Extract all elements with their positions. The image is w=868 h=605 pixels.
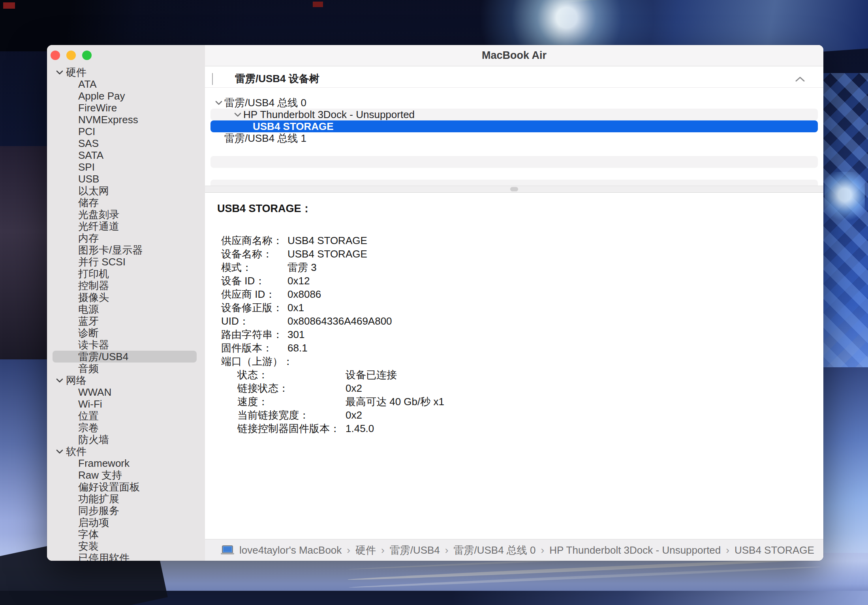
detail-label: 路由字符串：: [221, 328, 283, 341]
sidebar-item[interactable]: PCI: [53, 126, 197, 137]
breadcrumb-item[interactable]: 雷雳/USB4: [390, 543, 440, 557]
sidebar-item[interactable]: 同步服务: [53, 505, 197, 517]
detail-value: 0x1: [287, 301, 304, 314]
detail-row: UID：0x80864336A469A800: [205, 314, 823, 328]
detail-label: 端口（上游）：: [221, 355, 293, 368]
device-tree-list: 雷雳/USB4 总线 0HP Thunderbolt 3Dock - Unsup…: [205, 97, 823, 144]
detail-value: 0x8086: [287, 287, 321, 301]
sidebar-item-label: 并行 SCSI: [78, 256, 126, 268]
sidebar-item[interactable]: 摄像头: [53, 291, 197, 303]
sidebar-item[interactable]: NVMExpress: [53, 114, 197, 126]
sidebar-section[interactable]: 软件: [53, 445, 197, 457]
sidebar-item-label: 宗卷: [78, 422, 99, 434]
zoom-button[interactable]: [82, 51, 92, 60]
collapse-section-button[interactable]: [795, 73, 805, 85]
sidebar-item[interactable]: 诊断: [53, 327, 197, 339]
breadcrumb-item[interactable]: USB4 STORAGE: [735, 544, 814, 556]
sidebar-list: 硬件ATAApple PayFireWireNVMExpressPCISASSA…: [47, 66, 205, 561]
chevron-down-icon[interactable]: [56, 70, 63, 75]
sidebar-item[interactable]: 音频: [53, 363, 197, 374]
detail-value: 0x80864336A469A800: [287, 314, 392, 328]
sidebar-item[interactable]: WWAN: [53, 386, 197, 398]
sidebar-section-label: 网络: [66, 374, 86, 386]
tree-item[interactable]: HP Thunderbolt 3Dock - Unsupported: [210, 109, 818, 120]
sidebar-item[interactable]: USB: [53, 173, 197, 185]
detail-row: 设备修正版：0x1: [205, 301, 823, 314]
sidebar-item[interactable]: ATA: [53, 78, 197, 90]
sidebar-item[interactable]: 安装: [53, 540, 197, 552]
close-button[interactable]: [51, 51, 60, 60]
sidebar-item[interactable]: 内存: [53, 232, 197, 244]
splitter-handle[interactable]: [510, 187, 518, 192]
sidebar-item[interactable]: SAS: [53, 137, 197, 149]
sidebar-item-label: 摄像头: [78, 291, 109, 303]
sidebar-item[interactable]: 宗卷: [53, 422, 197, 434]
sidebar-item[interactable]: 位置: [53, 410, 197, 422]
sidebar-item[interactable]: 雷雳/USB4: [53, 351, 197, 363]
minimize-button[interactable]: [66, 51, 76, 60]
sidebar-item[interactable]: 光盘刻录: [53, 209, 197, 220]
sidebar-item[interactable]: FireWire: [53, 102, 197, 114]
sidebar-item-label: SAS: [78, 137, 99, 149]
breadcrumb-item[interactable]: 硬件: [355, 543, 376, 557]
sidebar-item[interactable]: Wi-Fi: [53, 398, 197, 410]
chevron-down-icon[interactable]: [56, 449, 63, 454]
traffic-lights: [51, 51, 92, 60]
sidebar-item-label: FireWire: [78, 102, 117, 114]
sidebar-item[interactable]: Apple Pay: [53, 90, 197, 102]
sidebar-item[interactable]: 字体: [53, 528, 197, 540]
sidebar-item[interactable]: 启动项: [53, 517, 197, 528]
sidebar-item[interactable]: 偏好设置面板: [53, 481, 197, 493]
chevron-down-icon[interactable]: [56, 378, 63, 383]
tree-item[interactable]: USB4 STORAGE: [210, 120, 818, 132]
sidebar-item[interactable]: 蓝牙: [53, 315, 197, 327]
tree-item[interactable]: 雷雳/USB4 总线 1: [210, 132, 818, 144]
sidebar-item[interactable]: 功能扩展: [53, 493, 197, 505]
sidebar-item[interactable]: 储存: [53, 197, 197, 209]
chevron-down-icon[interactable]: [234, 113, 241, 117]
sidebar-item[interactable]: 控制器: [53, 280, 197, 291]
sidebar-item[interactable]: Raw 支持: [53, 469, 197, 481]
window-titlebar[interactable]: MacBook Air: [205, 45, 823, 66]
window-title: MacBook Air: [482, 49, 547, 62]
details-list: 供应商名称：USB4 STORAGE设备名称：USB4 STORAGE模式：雷雳…: [205, 234, 823, 435]
sidebar-item-label: 图形卡/显示器: [78, 244, 143, 256]
sidebar-item[interactable]: SATA: [53, 149, 197, 161]
sidebar-item-label: 控制器: [78, 280, 109, 291]
sidebar-item[interactable]: 光纤通道: [53, 220, 197, 232]
breadcrumb-item[interactable]: love4taylor's MacBook: [239, 544, 342, 556]
sidebar-item[interactable]: 以太网: [53, 185, 197, 197]
detail-value: 0x2: [346, 408, 362, 422]
sidebar-item[interactable]: 防火墙: [53, 434, 197, 445]
sidebar-item-label: 打印机: [78, 268, 109, 280]
sidebar-section-label: 软件: [66, 445, 86, 457]
sidebar-item[interactable]: 图形卡/显示器: [53, 244, 197, 256]
sidebar-item-label: 已停用软件: [78, 552, 130, 561]
sidebar-item-label: ATA: [78, 78, 97, 90]
sidebar-item-label: 内存: [78, 232, 99, 244]
sidebar-item[interactable]: 读卡器: [53, 339, 197, 351]
detail-value: 68.1: [287, 341, 308, 355]
sidebar-item[interactable]: 已停用软件: [53, 552, 197, 561]
breadcrumb-item[interactable]: 雷雳/USB4 总线 0: [453, 543, 535, 557]
wallpaper-shape: [313, 2, 323, 7]
breadcrumb-separator: ›: [541, 544, 545, 556]
sidebar-item[interactable]: 并行 SCSI: [53, 256, 197, 268]
sidebar-item[interactable]: 电源: [53, 303, 197, 315]
sidebar-item-label: 电源: [78, 303, 99, 315]
empty-row-stripe: [210, 180, 818, 186]
tree-item[interactable]: 雷雳/USB4 总线 0: [210, 97, 818, 109]
sidebar-item[interactable]: SPI: [53, 161, 197, 173]
detail-value: USB4 STORAGE: [287, 234, 367, 247]
sidebar-item-label: USB: [78, 173, 99, 185]
chevron-down-icon[interactable]: [215, 101, 222, 105]
sidebar-item[interactable]: 打印机: [53, 268, 197, 280]
sidebar-item[interactable]: Framework: [53, 457, 197, 469]
sidebar-item-label: WWAN: [78, 386, 111, 398]
pane-splitter[interactable]: [205, 186, 823, 193]
detail-label: 状态：: [237, 368, 268, 381]
content-pane: MacBook Air 雷雳/USB4 设备树 雷雳/USB4 总线 0HP T…: [205, 45, 823, 561]
breadcrumb-item[interactable]: HP Thunderbolt 3Dock - Unsupported: [549, 544, 721, 556]
sidebar-section[interactable]: 网络: [53, 374, 197, 386]
sidebar-section[interactable]: 硬件: [53, 66, 197, 78]
